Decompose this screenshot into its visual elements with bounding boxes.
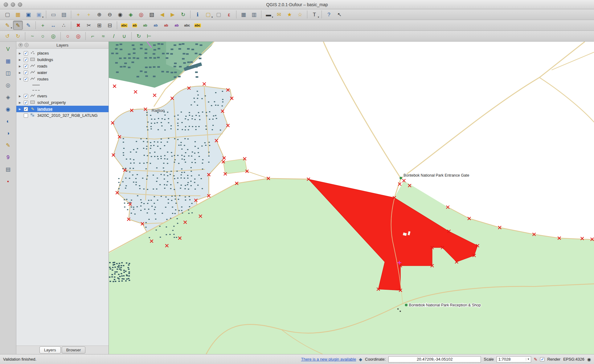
expand-arrow-icon[interactable]: ▶ [19,71,22,74]
layer-visibility-checkbox[interactable] [24,113,28,118]
trim-extend-button[interactable]: ⊢ [144,31,154,41]
add-wcs-layer-button[interactable]: ◐ [2,116,14,126]
expand-arrow-icon[interactable]: ▶ [19,52,22,55]
zoom-to-layer-button[interactable]: ▧ [147,10,157,19]
zoom-last-button[interactable]: ◀ [157,10,167,19]
map-tips-button[interactable]: ✉ [274,10,284,19]
add-part-button[interactable]: ◎ [48,31,58,41]
zoom-next-button[interactable]: ▶ [168,10,178,19]
open-attribute-table-button[interactable]: ▦ [239,10,248,19]
label-tool-7-button[interactable]: abc [182,21,192,30]
dropdown-arrow-icon[interactable]: ▾ [211,16,213,18]
label-settings-button[interactable]: abc [119,21,129,30]
scale-dropdown-icon[interactable]: ▼ [526,358,531,361]
label-tool-8-button[interactable]: abc [193,21,203,30]
layer-symbol-item[interactable] [16,88,109,93]
remove-layer-button[interactable]: ▪ [2,176,14,186]
label-tool-5-button[interactable]: ab [161,21,171,30]
copy-features-button[interactable]: ⊞ [94,21,104,30]
whats-this-button[interactable]: ↖ [334,10,344,19]
panel-tab-browser[interactable]: Browser [62,346,86,354]
measure-line-button[interactable]: ▬▾ [264,10,273,19]
expand-arrow-icon[interactable]: ▶ [19,65,22,68]
dropdown-arrow-icon[interactable]: ▾ [11,27,12,29]
plugin-icon[interactable]: ◆ [359,357,362,362]
add-delimited-text-button[interactable]: ▤ [2,164,14,174]
deselect-features-button[interactable]: ▢ [214,10,223,19]
dropdown-arrow-icon[interactable]: ▾ [42,16,43,18]
open-project-button[interactable]: ▦ [13,10,23,19]
minimize-window-button[interactable] [11,2,15,7]
new-spatialite-layer-button[interactable]: 9 [2,152,14,162]
layer-item-rivers[interactable]: ▶✓rivers [16,93,109,99]
paste-features-button[interactable]: ⊟ [105,21,115,30]
add-raster-layer-button[interactable]: ▦ [2,56,14,66]
dropdown-arrow-icon[interactable]: ▾ [272,16,273,18]
expand-arrow-icon[interactable]: ▶ [19,95,22,98]
map-canvas[interactable]: Railton Bontebok National Park Entrance … [109,42,594,354]
save-project-button[interactable]: ▣ [23,10,33,19]
crs-status-icon[interactable]: ◉ [587,357,591,362]
add-postgis-layer-button[interactable]: ◫ [2,68,14,78]
refresh-map-button[interactable]: ↻ [178,10,188,19]
layer-visibility-checkbox[interactable]: ✓ [24,94,28,98]
show-bookmarks-button[interactable]: ☆ [295,10,305,19]
merge-features-button[interactable]: ∪ [119,31,129,41]
new-bookmark-button[interactable]: ★ [285,10,294,19]
new-plugin-link[interactable]: There is a new plugin available [301,357,356,362]
add-mssql-layer-button[interactable]: ◈ [2,92,14,102]
add-spatialite-layer-button[interactable]: ◎ [2,80,14,90]
offset-curve-button[interactable]: ≈ [98,31,108,41]
layer-visibility-checkbox[interactable]: ✓ [24,77,28,81]
add-feature-button[interactable]: + [38,21,48,30]
delete-ring-button[interactable]: ○ [63,31,73,41]
panel-close-button[interactable]: ✕ [18,43,23,47]
layer-item-roads[interactable]: ▶✓roads [16,63,109,69]
draw-icon[interactable]: ✎ [534,357,538,362]
layer-visibility-checkbox[interactable]: ✓ [24,58,28,62]
expand-arrow-icon[interactable]: ▶ [19,58,22,61]
zoom-actual-size-button[interactable]: ◉ [115,10,125,19]
node-tool-button[interactable]: ∴ [59,21,69,30]
delete-selected-button[interactable]: ✖ [73,21,83,30]
zoom-full-extent-button[interactable]: ◈ [126,10,136,19]
composer-manager-button[interactable]: ▤ [59,10,69,19]
add-vector-layer-button[interactable]: V [2,44,14,54]
new-print-composer-button[interactable]: ▭ [48,10,58,19]
expand-arrow-icon[interactable]: ▶ [19,108,22,111]
map-area[interactable]: Railton Bontebok National Park Entrance … [109,42,594,354]
label-tool-3-button[interactable]: ab [140,21,150,30]
identify-features-button[interactable]: ℹ [193,10,203,19]
save-project-as-button[interactable]: ▣▾ [34,10,44,19]
panel-float-button[interactable]: ◦ [24,43,29,47]
zoom-window-button[interactable] [18,2,22,7]
zoom-to-selection-button[interactable]: ◎ [136,10,146,19]
save-layer-edits-button[interactable]: ✎ [23,21,33,30]
new-project-button[interactable]: ▢ [2,10,12,19]
zoom-out-button[interactable]: ⊖ [105,10,115,19]
new-shapefile-layer-button[interactable]: ✎ [2,140,14,150]
label-tool-6-button[interactable]: ab [172,21,182,30]
add-wms-layer-button[interactable]: ◉ [2,104,14,114]
layer-visibility-checkbox[interactable]: ✓ [24,107,28,111]
pan-map-button[interactable]: + [73,10,83,19]
layer-item-landuse[interactable]: ▶✓✎landuse [16,106,109,112]
rotate-feature-button[interactable]: ↻ [134,31,144,41]
current-edits-button[interactable]: ✎▾ [2,21,12,30]
panel-tab-layers[interactable]: Layers [39,346,61,354]
expand-arrow-icon[interactable]: ▼ [19,78,22,81]
toggle-editing-button[interactable]: ✎ [13,21,23,30]
layer-visibility-checkbox[interactable]: ✓ [24,64,28,68]
redo-button[interactable]: ↻ [13,31,23,41]
field-calculator-button[interactable]: ▥ [249,10,259,19]
help-contents-button[interactable]: ? [324,10,334,19]
layer-item-buildings[interactable]: ▶✓buildings [16,56,109,63]
layer-item-3420C_2010_327_RGB_LATLNG[interactable]: 3420C_2010_327_RGB_LATLNG [16,112,109,119]
close-window-button[interactable] [4,2,8,7]
reshape-features-button[interactable]: ⌐ [88,31,98,41]
coordinate-input[interactable] [388,356,481,362]
zoom-in-button[interactable]: ⊕ [94,10,104,19]
layer-visibility-checkbox[interactable]: ✓ [24,71,28,75]
layer-item-school_property[interactable]: ▶✓school_property [16,99,109,106]
move-feature-button[interactable]: ↔ [48,21,58,30]
